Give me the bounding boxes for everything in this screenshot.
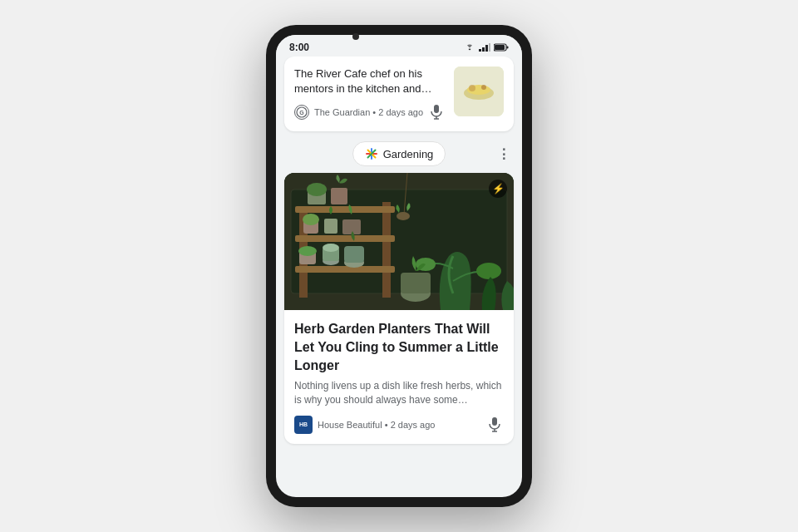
audio-button-2[interactable] (485, 416, 504, 434)
svg-point-40 (323, 244, 339, 252)
gardening-image: ⚡ (284, 173, 514, 310)
svg-rect-6 (507, 47, 509, 49)
svg-rect-26 (295, 206, 395, 213)
svg-point-37 (298, 246, 317, 256)
article-meta-1: G The Guardian • 2 days ago (294, 103, 446, 121)
article-text-block: The River Cafe chef on his mentors in th… (294, 66, 446, 121)
svg-text:G: G (299, 110, 304, 116)
status-time: 8:00 (289, 42, 309, 53)
plant-scene-illustration (284, 173, 514, 310)
svg-rect-49 (492, 417, 497, 426)
svg-rect-42 (344, 246, 364, 263)
svg-point-45 (476, 263, 501, 279)
gardening-excerpt: Nothing livens up a dish like fresh herb… (294, 379, 504, 407)
status-icons (464, 43, 509, 52)
svg-point-30 (307, 183, 327, 196)
google-star-icon (365, 147, 378, 160)
article-card-1[interactable]: The River Cafe chef on his mentors in th… (284, 57, 514, 131)
content-area: The River Cafe chef on his mentors in th… (276, 57, 522, 489)
svg-rect-2 (485, 45, 488, 52)
gardening-chip[interactable]: Gardening (352, 141, 446, 166)
svg-rect-34 (324, 219, 337, 234)
gardening-title: Herb Garden Planters That Will Let You C… (294, 320, 504, 374)
guardian-logo: G (294, 105, 309, 120)
svg-rect-1 (482, 47, 485, 52)
status-bar: 8:00 (276, 35, 522, 57)
phone-screen: 8:00 (276, 35, 522, 497)
source-name-1: The Guardian • 2 days ago (314, 107, 423, 117)
wifi-icon (464, 43, 475, 52)
svg-rect-27 (295, 235, 395, 242)
svg-rect-25 (382, 202, 391, 298)
source-name-2: House Beautiful • 2 days ago (318, 420, 435, 430)
article-thumbnail-1 (454, 66, 504, 116)
svg-point-15 (469, 85, 475, 91)
gardening-card-content: Herb Garden Planters That Will Let You C… (284, 310, 514, 443)
article-title-1: The River Cafe chef on his mentors in th… (294, 66, 446, 96)
svg-rect-0 (479, 49, 481, 52)
svg-rect-28 (295, 266, 395, 273)
house-beautiful-logo: HB (294, 416, 313, 434)
svg-point-33 (303, 214, 319, 225)
svg-rect-48 (401, 273, 431, 293)
svg-rect-3 (489, 43, 490, 52)
svg-point-16 (481, 85, 486, 90)
signal-icon (479, 43, 490, 52)
gardening-card[interactable]: ⚡ Herb Garden Planters That Will Let You… (284, 173, 514, 443)
svg-rect-35 (342, 219, 361, 234)
svg-rect-31 (331, 188, 347, 204)
category-row: Gardening ⋮ (284, 141, 514, 166)
gardening-meta: HB House Beautiful • 2 days ago (294, 416, 504, 434)
phone-frame: 8:00 (266, 25, 532, 507)
battery-icon (494, 43, 509, 52)
more-options-button[interactable]: ⋮ (494, 143, 514, 165)
svg-rect-5 (495, 45, 505, 50)
category-label: Gardening (383, 148, 434, 160)
svg-rect-9 (434, 105, 439, 113)
source-info-2: HB House Beautiful • 2 days ago (294, 416, 435, 434)
audio-button-1[interactable] (427, 103, 446, 121)
source-info-1: G The Guardian • 2 days ago (294, 105, 423, 120)
svg-point-44 (397, 212, 410, 220)
